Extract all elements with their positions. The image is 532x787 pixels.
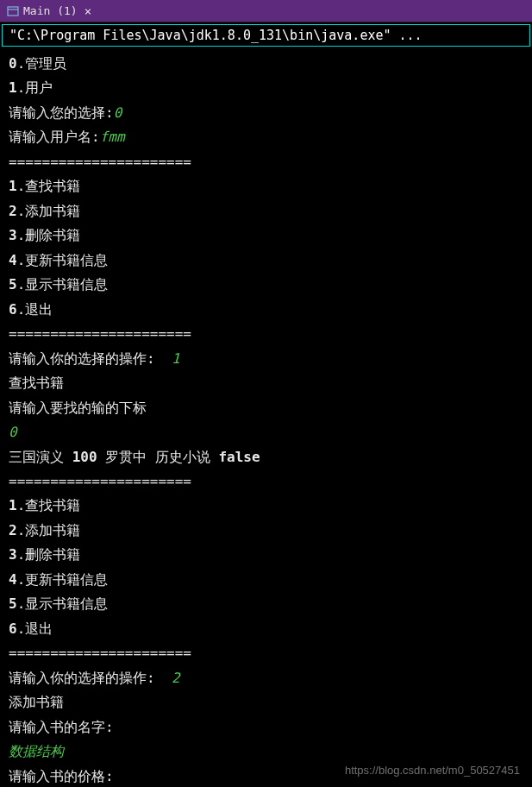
console-line: 请输入您的选择:0 <box>9 101 523 125</box>
console-line: 5.显示书籍信息 <box>9 592 523 616</box>
svg-rect-0 <box>8 7 18 16</box>
console-line: 1.用户 <box>9 76 523 100</box>
watermark: https://blog.csdn.net/m0_50527451 <box>345 764 520 777</box>
tab-main[interactable]: Main (1) × <box>0 0 98 22</box>
console-line: 请输入书的名字: <box>9 715 523 740</box>
console-line: ====================== <box>9 469 523 494</box>
console-line: 1.查找书籍 <box>9 494 523 518</box>
console-line: 2.添加书籍 <box>9 199 523 224</box>
console-line: 6.退出 <box>9 617 523 641</box>
console-line: ====================== <box>9 322 523 346</box>
console-output: 0.管理员1.用户请输入您的选择:0请输入用户名:fmm============… <box>0 48 532 787</box>
console-line: 请输入要找的输的下标 <box>9 396 523 420</box>
console-line: ====================== <box>9 150 523 174</box>
window-icon <box>7 5 19 17</box>
console-line: 4.更新书籍信息 <box>9 568 523 592</box>
console-line: 5.显示书籍信息 <box>9 273 523 297</box>
console-line: 三国演义 100 罗贯中 历史小说 false <box>9 445 523 469</box>
command-line: "C:\Program Files\Java\jdk1.8.0_131\bin\… <box>2 24 530 47</box>
console-line: 6.退出 <box>9 298 523 322</box>
console-line: ====================== <box>9 641 523 665</box>
console-line: 请输入你的选择的操作: 2 <box>9 666 523 690</box>
console-line: 4.更新书籍信息 <box>9 249 523 273</box>
console-line: 数据结构 <box>9 740 523 764</box>
console-line: 请输入你的选择的操作: 1 <box>9 347 523 371</box>
console-line: 0.管理员 <box>9 52 523 76</box>
close-icon[interactable]: × <box>84 4 91 18</box>
tab-title: Main (1) <box>23 4 78 17</box>
tab-bar-background <box>98 0 532 22</box>
console-line: 0 <box>9 420 523 444</box>
console-line: 查找书籍 <box>9 371 523 395</box>
console-line: 2.添加书籍 <box>9 519 523 543</box>
console-line: 3.删除书籍 <box>9 543 523 567</box>
console-line: 1.查找书籍 <box>9 174 523 198</box>
console-line: 请输入用户名:fmm <box>9 125 523 149</box>
console-line: 添加书籍 <box>9 690 523 715</box>
tab-bar: Main (1) × <box>0 0 532 22</box>
console-line: 3.删除书籍 <box>9 224 523 248</box>
